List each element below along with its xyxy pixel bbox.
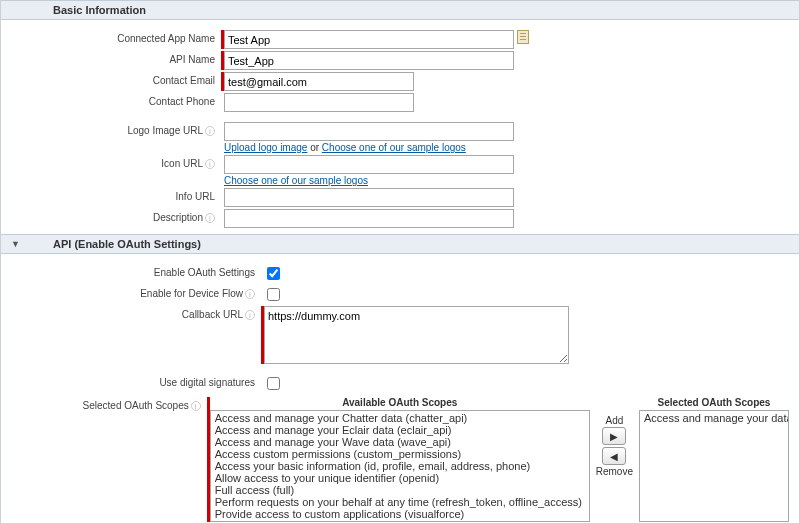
selected-scope-option[interactable]: Access and manage your data (api) (641, 412, 787, 424)
selected-scopes-listbox[interactable]: Access and manage your data (api) (639, 410, 789, 522)
label-logo-image-url: Logo Image URL (127, 125, 203, 136)
upload-logo-link[interactable]: Upload logo image (224, 142, 307, 153)
help-icon[interactable]: i (245, 289, 255, 299)
label-api-name: API Name (11, 51, 221, 65)
contact-phone-input[interactable] (224, 93, 414, 112)
add-label: Add (605, 415, 623, 426)
label-device-flow: Enable for Device Flow (140, 288, 243, 299)
help-icon[interactable]: i (245, 310, 255, 320)
add-scope-button[interactable]: ▶ (602, 427, 626, 445)
available-scope-option[interactable]: Allow access to your unique identifier (… (212, 472, 588, 484)
api-name-input[interactable] (224, 51, 514, 70)
label-contact-email: Contact Email (11, 72, 221, 86)
book-icon[interactable] (517, 30, 529, 44)
label-icon-url: Icon URL (161, 158, 203, 169)
section-api-header[interactable]: ▼ API (Enable OAuth Settings) (1, 234, 799, 254)
label-enable-oauth: Enable OAuth Settings (11, 264, 261, 278)
available-scope-option[interactable]: Access and manage your Eclair data (ecla… (212, 424, 588, 436)
section-api-title: API (Enable OAuth Settings) (53, 238, 201, 250)
choose-sample-logo-link[interactable]: Choose one of our sample logos (322, 142, 466, 153)
help-icon[interactable]: i (191, 401, 201, 411)
label-description: Description (153, 212, 203, 223)
section-basic-info-title: Basic Information (53, 4, 146, 16)
api-body: Enable OAuth Settings Enable for Device … (1, 254, 799, 523)
label-callback-url: Callback URL (182, 309, 243, 320)
selected-scopes-title: Selected OAuth Scopes (658, 397, 771, 408)
remove-scope-button[interactable]: ◀ (602, 447, 626, 465)
section-basic-info-header: Basic Information (1, 0, 799, 20)
or-text: or (307, 142, 321, 153)
enable-oauth-checkbox[interactable] (267, 267, 280, 280)
help-icon[interactable]: i (205, 126, 215, 136)
callback-url-textarea[interactable] (264, 306, 569, 364)
available-scope-option[interactable]: Provide access to custom applications (v… (212, 508, 588, 520)
available-scope-option[interactable]: Perform requests on your behalf at any t… (212, 496, 588, 508)
logo-image-url-input[interactable] (224, 122, 514, 141)
available-scope-option[interactable]: Full access (full) (212, 484, 588, 496)
available-scope-option[interactable]: Access and manage your Wave data (wave_a… (212, 436, 588, 448)
label-selected-scopes: Selected OAuth Scopes (83, 400, 189, 411)
label-info-url: Info URL (11, 188, 221, 202)
contact-email-input[interactable] (224, 72, 414, 91)
available-scope-option[interactable]: Access your basic information (id, profi… (212, 460, 588, 472)
available-scopes-title: Available OAuth Scopes (342, 397, 457, 408)
digital-signatures-checkbox[interactable] (267, 377, 280, 390)
help-icon[interactable]: i (205, 159, 215, 169)
available-scopes-listbox[interactable]: Access and manage your Chatter data (cha… (210, 410, 590, 522)
available-scope-option[interactable]: Provide access to your data via the Web … (212, 520, 588, 522)
remove-label: Remove (596, 466, 633, 477)
connected-app-name-input[interactable] (224, 30, 514, 49)
help-icon[interactable]: i (205, 213, 215, 223)
choose-sample-icon-link[interactable]: Choose one of our sample logos (224, 175, 368, 186)
description-input[interactable] (224, 209, 514, 228)
available-scope-option[interactable]: Access custom permissions (custom_permis… (212, 448, 588, 460)
collapse-icon[interactable]: ▼ (11, 239, 23, 249)
label-digital-signatures: Use digital signatures (11, 374, 261, 388)
label-connected-app-name: Connected App Name (11, 30, 221, 44)
available-scope-option[interactable]: Access and manage your Chatter data (cha… (212, 412, 588, 424)
icon-url-input[interactable] (224, 155, 514, 174)
device-flow-checkbox[interactable] (267, 288, 280, 301)
basic-info-body: Connected App Name API Name Contact Emai… (1, 20, 799, 234)
info-url-input[interactable] (224, 188, 514, 207)
label-contact-phone: Contact Phone (11, 93, 221, 107)
